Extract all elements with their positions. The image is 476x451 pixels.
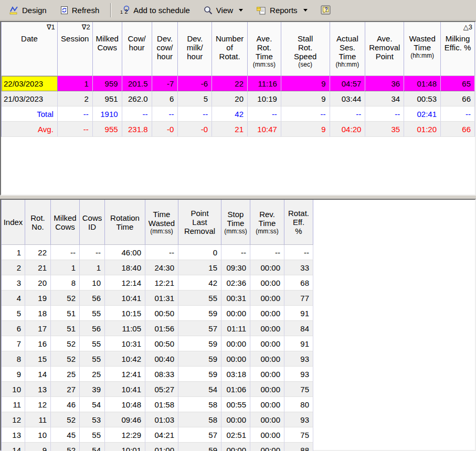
cell[interactable]: 10:42	[105, 351, 145, 367]
cell[interactable]: 9	[281, 76, 330, 91]
cell[interactable]: 11	[25, 412, 51, 427]
table-row[interactable]: 1211525309:4601:035800:0000:0093	[2, 412, 313, 427]
cell[interactable]: 25	[80, 367, 105, 382]
cell[interactable]: 33	[284, 260, 313, 275]
cell[interactable]: 5	[178, 91, 212, 106]
cell[interactable]: 56	[80, 291, 105, 306]
cell[interactable]: 91	[284, 336, 313, 351]
cell[interactable]: --	[250, 245, 284, 260]
cell[interactable]: 05:27	[145, 382, 178, 397]
cell[interactable]: 00:00	[250, 336, 284, 351]
cell[interactable]: 7	[2, 336, 25, 351]
cell[interactable]: --	[365, 106, 404, 122]
column-header[interactable]: TimeWasted(mm:ss)	[145, 200, 178, 245]
cell[interactable]: 46:00	[105, 245, 145, 260]
column-header[interactable]: CowsID	[80, 200, 105, 245]
cell[interactable]: --	[248, 106, 281, 122]
cell[interactable]: 42	[212, 106, 248, 122]
cell[interactable]: 52	[51, 351, 80, 367]
cell[interactable]: 00:00	[221, 412, 250, 427]
cell[interactable]: 68	[284, 275, 313, 291]
cell[interactable]: 36	[365, 76, 404, 91]
cell[interactable]: 55	[80, 427, 105, 443]
cell[interactable]: 6	[152, 91, 178, 106]
cell[interactable]: --	[58, 106, 93, 122]
cell[interactable]: Avg.	[2, 122, 58, 137]
cell[interactable]: 00:53	[404, 91, 441, 106]
column-header[interactable]: Ave.Rot.Time(mm:ss)	[248, 22, 281, 76]
cell[interactable]: 93	[284, 351, 313, 367]
cell[interactable]: 93	[284, 412, 313, 427]
cell[interactable]: 8	[51, 275, 80, 291]
cell[interactable]: 15	[25, 351, 51, 367]
cell[interactable]: 53	[80, 412, 105, 427]
cell[interactable]: 955	[93, 122, 122, 137]
cell[interactable]: -0	[152, 122, 178, 137]
cell[interactable]: 91	[284, 306, 313, 321]
cell[interactable]: 34	[365, 91, 404, 106]
cell[interactable]: 10:48	[105, 397, 145, 412]
cell[interactable]: 1	[2, 245, 25, 260]
cell[interactable]: 57	[178, 321, 221, 336]
cell[interactable]: 59	[178, 443, 221, 451]
cell[interactable]: 08:33	[145, 367, 178, 382]
table-row[interactable]: 122----46:00--0------	[2, 245, 313, 260]
cell[interactable]: --	[122, 106, 152, 122]
cell[interactable]: 02:36	[221, 275, 250, 291]
cell[interactable]: 00:00	[250, 427, 284, 443]
cell[interactable]: 27	[51, 382, 80, 397]
cell[interactable]: 35	[365, 122, 404, 137]
cell[interactable]: 22	[212, 76, 248, 91]
cell[interactable]: 42	[178, 275, 221, 291]
cell[interactable]: 12	[2, 412, 25, 427]
cell[interactable]: 20	[212, 91, 248, 106]
cell[interactable]: 00:00	[221, 443, 250, 451]
cell[interactable]: 04:20	[330, 122, 366, 137]
cell[interactable]: 21	[212, 122, 248, 137]
cell[interactable]: 09:46	[105, 412, 145, 427]
cell[interactable]: 6	[2, 321, 25, 336]
cell[interactable]: 59	[178, 306, 221, 321]
table-row[interactable]: 716525510:3100:505900:0000:0091	[2, 336, 313, 351]
cell[interactable]: 88	[284, 443, 313, 451]
cell[interactable]: 231.8	[122, 122, 152, 137]
cell[interactable]: 00:40	[145, 351, 178, 367]
cell[interactable]: 77	[284, 291, 313, 306]
cell[interactable]: 24:30	[145, 260, 178, 275]
cell[interactable]: 00:00	[221, 306, 250, 321]
cell[interactable]: 04:21	[145, 427, 178, 443]
cell[interactable]: 9	[281, 122, 330, 137]
cell[interactable]: 00:00	[221, 351, 250, 367]
cell[interactable]: 19	[25, 291, 51, 306]
cell[interactable]: 52	[51, 291, 80, 306]
cell[interactable]: 12:21	[145, 275, 178, 291]
cell[interactable]: 9	[25, 443, 51, 451]
selected-date-cell[interactable]: 22/03/2023	[2, 76, 58, 91]
column-header[interactable]: Rot.No.	[25, 200, 51, 245]
cell[interactable]: 11	[2, 397, 25, 412]
column-header[interactable]: ∇1Date	[2, 22, 58, 76]
cell[interactable]: --	[51, 245, 80, 260]
cell[interactable]: 13	[25, 382, 51, 397]
cell[interactable]: --	[221, 245, 250, 260]
cell[interactable]: --	[281, 106, 330, 122]
cell[interactable]: 52	[51, 443, 80, 451]
cell[interactable]: 80	[284, 397, 313, 412]
column-header[interactable]: Rev.Time(mm:ss)	[250, 200, 284, 245]
cell[interactable]: 59	[178, 351, 221, 367]
cell[interactable]: 11:16	[248, 76, 281, 91]
table-row[interactable]: 815525510:4200:405900:0000:0093	[2, 351, 313, 367]
cell[interactable]: 00:00	[250, 382, 284, 397]
cell[interactable]: 01:11	[221, 321, 250, 336]
cell[interactable]: 9	[2, 367, 25, 382]
cell[interactable]: 51	[51, 321, 80, 336]
cell[interactable]: 16	[25, 336, 51, 351]
cell[interactable]: 55	[80, 351, 105, 367]
cell[interactable]: 21	[25, 260, 51, 275]
avg-row[interactable]: Avg.--955231.8-0-02110:47904:203501:2066	[2, 122, 475, 137]
cell[interactable]: 66	[441, 122, 475, 137]
table-row[interactable]: 617515611:0501:565701:1100:0084	[2, 321, 313, 336]
cell[interactable]: 84	[284, 321, 313, 336]
cell[interactable]: 01:48	[404, 76, 441, 91]
cell[interactable]: 12:29	[105, 427, 145, 443]
